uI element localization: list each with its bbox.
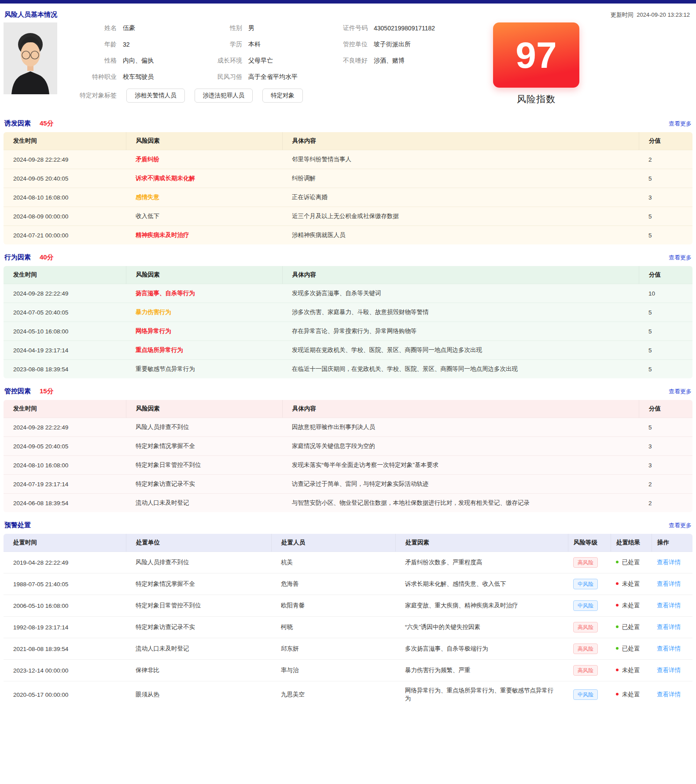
table-row: 2024-09-28 22:22:49 矛盾纠纷 邻里等纠纷警情当事人 2	[4, 150, 692, 169]
cell-factor: 多次扬言滋事、自杀等极端行为	[395, 638, 568, 660]
col-time: 发生时间	[4, 132, 126, 150]
cell-factor: 流动人口未及时登记	[126, 494, 282, 512]
cell-factor: 暴力伤害行为频繁、严重	[395, 660, 568, 681]
view-more-link[interactable]: 查看更多	[669, 120, 692, 128]
risk-factor: 矛盾纠纷	[136, 156, 159, 163]
cell-score: 5	[639, 360, 692, 378]
cell-result: 已处置	[611, 552, 652, 573]
tags-label: 特定对象标签	[70, 92, 117, 100]
tag-police-incident: 涉相关警情人员	[126, 89, 185, 103]
warning-disposal-table: 处置时间 处置单位 处置人员 处置因素 风险等级 处置结果 操作 2019-04…	[4, 534, 692, 708]
table-row: 2024-08-10 16:08:00 感情失意 正在诉讼离婚 3	[4, 188, 692, 207]
page-title: 风险人员基本情况	[4, 11, 57, 19]
cell-factor: 诉求不满或长期未化解	[126, 169, 282, 188]
table-row: 2024-09-05 20:40:05 特定对象情况掌握不全 家庭情况等关键信息…	[4, 437, 692, 456]
risk-factor: 暴力伤害行为	[136, 309, 171, 315]
cell-action: 查看详情	[652, 552, 692, 573]
folk-custom-label: 民风习俗	[209, 73, 242, 81]
view-detail-link[interactable]: 查看详情	[657, 602, 681, 609]
character-label: 性格	[70, 57, 117, 65]
cell-score: 5	[639, 341, 692, 360]
cell-factor: 特定对象日常管控不到位	[126, 456, 282, 475]
view-more-link[interactable]: 查看更多	[669, 254, 692, 262]
risk-level-badge: 高风险	[573, 622, 598, 632]
section-title: 预警处置	[4, 521, 31, 529]
bad-habit-value: 涉酒、赌博	[374, 57, 489, 65]
cell-person: 率与治	[271, 660, 395, 681]
info-row: 姓名 伍豪 性别 男 证件号码 430502199809171182	[70, 20, 489, 36]
character-value: 内向、偏执	[123, 57, 209, 65]
col-disposal-time: 处置时间	[4, 534, 126, 552]
section-score: 15分	[40, 387, 54, 396]
cell-factor: 重点场所异常行为	[126, 341, 282, 360]
cell-content: 发现多次扬言滋事、自杀等关键词	[282, 284, 639, 303]
view-detail-link[interactable]: 查看详情	[657, 667, 681, 673]
view-detail-link[interactable]: 查看详情	[657, 691, 681, 698]
cell-person: 柯晓	[271, 617, 395, 638]
result-status: 未处置	[616, 667, 640, 673]
table-row: 2024-09-28 22:22:49 风险人员排查不到位 因故意犯罪被作出刑事…	[4, 418, 692, 437]
info-row: 特种职业 校车驾驶员 民风习俗 高于全省平均水平	[70, 69, 489, 85]
risk-factor: 特定对象情况掌握不全	[136, 443, 195, 449]
cell-score: 3	[639, 437, 692, 456]
update-time-value: 2024-09-20 13:23:12	[637, 11, 690, 18]
cell-time: 2024-07-21 00:00:00	[4, 226, 126, 244]
view-detail-link[interactable]: 查看详情	[657, 559, 681, 566]
risk-score-label: 风险指数	[493, 93, 579, 105]
table-row: 2023-08-08 18:39:54 重要敏感节点异常行为 在临近十一国庆期间…	[4, 360, 692, 378]
cell-score: 5	[639, 303, 692, 322]
view-detail-link[interactable]: 查看详情	[657, 645, 681, 652]
view-detail-link[interactable]: 查看详情	[657, 581, 681, 587]
cell-result: 未处置	[611, 681, 652, 708]
view-more-link[interactable]: 查看更多	[669, 521, 692, 529]
col-content: 具体内容	[282, 400, 639, 418]
cell-factor: 特定对象情况掌握不全	[126, 437, 282, 456]
cell-content: 发现未落实“每半年全面走访考察一次特定对象”基本要求	[282, 456, 639, 475]
info-row: 年龄 32 学历 本科 管控单位 坡子街派出所	[70, 36, 489, 52]
cell-person: 邱东妍	[271, 638, 395, 660]
view-more-link[interactable]: 查看更多	[669, 388, 692, 396]
cell-level: 高风险	[568, 552, 611, 573]
cell-unit: 风险人员排查不到位	[126, 552, 271, 573]
risk-score-card: 97	[493, 22, 579, 88]
cell-content: 涉多次伤害、家庭暴力、斗殴、故意损毁财物等警情	[282, 303, 639, 322]
risk-level-badge: 中风险	[573, 689, 598, 700]
result-status: 未处置	[616, 602, 640, 609]
cell-time: 2019-04-28 22:22:49	[4, 552, 126, 573]
cell-factor: 感情失意	[126, 188, 282, 207]
cell-factor: 风险人员排查不到位	[126, 418, 282, 437]
cell-time: 2006-05-10 16:08:00	[4, 595, 126, 617]
disposal-section-head: 预警处置 查看更多	[4, 521, 692, 529]
cell-content: 与智慧安防小区、物业登记居住数据，本地社保数据进行比对，发现有相关登记、缴存记录	[282, 494, 639, 512]
cell-unit: 流动人口未及时登记	[126, 638, 271, 660]
cell-time: 2024-08-10 16:08:00	[4, 456, 126, 475]
cell-time: 2021-08-08 18:39:54	[4, 638, 126, 660]
risk-factor: 感情失意	[136, 194, 159, 200]
risk-score-value: 97	[516, 34, 556, 77]
id-value: 430502199809171182	[374, 25, 489, 32]
risk-level-badge: 中风险	[573, 600, 598, 611]
view-detail-link[interactable]: 查看详情	[657, 624, 681, 630]
cell-content: 访查记录过于简单、雷同，与特定对象实际活动轨迹	[282, 475, 639, 494]
col-disposal-person: 处置人员	[271, 534, 395, 552]
folk-custom-value: 高于全省平均水平	[248, 73, 380, 81]
cell-unit: 特定对象访查记录不实	[126, 617, 271, 638]
col-factor: 风险因素	[126, 400, 282, 418]
cell-time: 2024-08-09 00:00:00	[4, 207, 126, 226]
cell-time: 2024-09-28 22:22:49	[4, 284, 126, 303]
bad-habit-label: 不良嗜好	[335, 57, 368, 65]
cell-result: 未处置	[611, 595, 652, 617]
result-status: 未处置	[616, 691, 640, 698]
growth-env-value: 父母早亡	[248, 57, 335, 65]
tag-specific-target: 特定对象	[262, 89, 303, 103]
table-row: 2024-08-09 00:00:00 收入低下 近三个月及以上无公积金或社保缴…	[4, 207, 692, 226]
cell-score: 3	[639, 456, 692, 475]
table-row: 2024-07-19 23:17:14 特定对象访查记录不实 访查记录过于简单、…	[4, 475, 692, 494]
risk-factor: 重要敏感节点异常行为	[136, 366, 195, 372]
risk-factor: 特定对象日常管控不到位	[136, 462, 201, 468]
cell-factor: 扬言滋事、自杀等行为	[126, 284, 282, 303]
table-row: 2024-07-05 20:40:05 暴力伤害行为 涉多次伤害、家庭暴力、斗殴…	[4, 303, 692, 322]
cell-factor: 矛盾纠纷次数多、严重程度高	[395, 552, 568, 573]
section-title: 行为因素	[4, 253, 31, 262]
cell-level: 中风险	[568, 595, 611, 617]
